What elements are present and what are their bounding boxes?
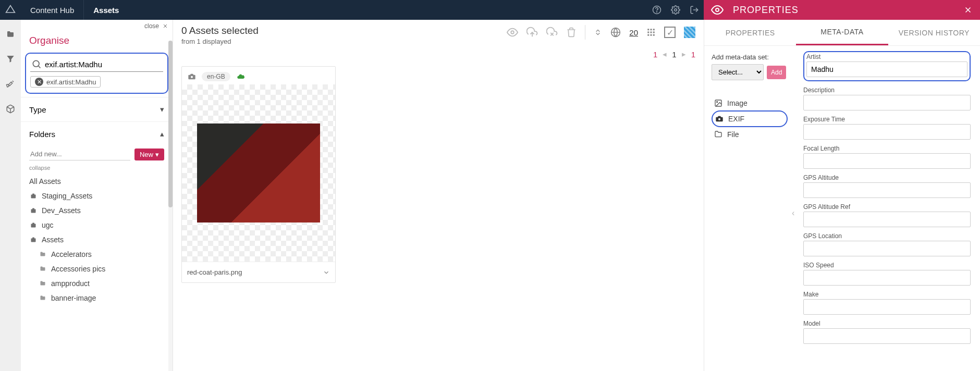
- folder-item[interactable]: banner-image: [21, 291, 173, 305]
- search-icon: [31, 59, 42, 69]
- folder-label: Accessories pics: [51, 265, 105, 273]
- new-folder-button[interactable]: New▾: [134, 149, 164, 160]
- svg-point-19: [718, 118, 720, 120]
- folder-item[interactable]: All Assets: [21, 174, 173, 189]
- field-description: Description: [803, 86, 971, 110]
- field-input-gps_location[interactable]: [803, 241, 971, 256]
- settings-icon[interactable]: [666, 0, 685, 20]
- preview-icon[interactable]: [507, 27, 518, 38]
- close-panel-button[interactable]: close: [21, 20, 173, 31]
- field-input-description[interactable]: [803, 95, 971, 110]
- asset-thumbnail[interactable]: [182, 84, 335, 262]
- folder-label: All Assets: [29, 177, 61, 186]
- folder-item[interactable]: ampproduct: [21, 276, 173, 291]
- brand-title[interactable]: Content Hub: [21, 0, 84, 20]
- field-label: Model: [803, 320, 971, 327]
- folder-label: Assets: [42, 236, 64, 244]
- field-input-artist[interactable]: [806, 61, 967, 77]
- folder-item[interactable]: Accelerators: [21, 247, 173, 262]
- expand-asset-icon[interactable]: [323, 269, 330, 276]
- field-input-iso_speed[interactable]: [803, 270, 971, 286]
- folder-label: Staging_Assets: [42, 192, 92, 200]
- search-input[interactable]: [45, 60, 162, 69]
- pager-first[interactable]: 1: [653, 50, 657, 59]
- add-set-button[interactable]: Add: [767, 66, 786, 79]
- close-label: close: [144, 22, 159, 30]
- globe-icon[interactable]: [610, 27, 621, 38]
- delete-icon[interactable]: [566, 27, 577, 38]
- category-label: Image: [727, 99, 748, 107]
- field-input-model[interactable]: [803, 328, 971, 344]
- folder-item[interactable]: Staging_Assets: [21, 189, 173, 203]
- asset-filename: red-coat-paris.png: [187, 268, 242, 276]
- tab-version-history[interactable]: VERSION HISTORY: [888, 20, 980, 45]
- metadata-category-image[interactable]: Image: [712, 96, 788, 110]
- field-iso_speed: ISO Speed: [803, 262, 971, 286]
- page-size[interactable]: 20: [629, 28, 638, 37]
- folders-section-toggle[interactable]: Folders ▴: [21, 121, 173, 146]
- folder-item[interactable]: Assets: [21, 232, 173, 247]
- remove-chip-icon[interactable]: ✕: [35, 78, 43, 86]
- field-label: Exposure Time: [803, 116, 971, 123]
- pager-last[interactable]: 1: [691, 50, 695, 59]
- metadata-category-exif[interactable]: EXIF: [712, 110, 788, 127]
- svg-point-5: [511, 31, 514, 34]
- pager-prev-icon[interactable]: ◂: [663, 50, 667, 59]
- field-input-gps_altitude_ref[interactable]: [803, 212, 971, 227]
- pager-current: 1: [672, 50, 676, 59]
- folder-icon: [29, 222, 38, 228]
- metadata-category-file[interactable]: File: [712, 127, 788, 142]
- folder-item[interactable]: Dev_Assets: [21, 203, 173, 218]
- logout-icon[interactable]: [685, 0, 704, 20]
- visibility-icon: [711, 4, 724, 16]
- collapse-link[interactable]: collapse: [21, 163, 173, 173]
- field-label: Description: [803, 86, 971, 94]
- grid-view-icon[interactable]: [646, 28, 656, 37]
- scrollbar-thumb[interactable]: [168, 41, 173, 207]
- svg-rect-14: [651, 34, 652, 36]
- sort-icon[interactable]: [594, 27, 602, 38]
- field-input-gps_altitude[interactable]: [803, 182, 971, 198]
- svg-rect-10: [647, 32, 649, 33]
- add-folder-input[interactable]: [29, 148, 130, 160]
- field-input-exposure_time[interactable]: [803, 124, 971, 140]
- help-icon[interactable]: [647, 0, 666, 20]
- folder-item[interactable]: ugc: [21, 218, 173, 232]
- select-all-button[interactable]: [684, 27, 695, 38]
- type-section-toggle[interactable]: Type ▾: [21, 97, 173, 121]
- section-title: Assets: [84, 6, 128, 15]
- upload-icon[interactable]: [526, 27, 538, 38]
- svg-point-18: [717, 102, 718, 103]
- filter-rail-icon[interactable]: [6, 54, 15, 64]
- svg-rect-13: [647, 34, 649, 36]
- tab-metadata[interactable]: META-DATA: [796, 20, 888, 45]
- folder-icon: [29, 207, 38, 214]
- close-icon[interactable]: [963, 5, 973, 15]
- expand-handle-icon[interactable]: ‹: [792, 208, 794, 218]
- svg-rect-15: [653, 34, 655, 36]
- camera-icon: [715, 115, 724, 123]
- cloud-sync-icon: [236, 72, 246, 81]
- tools-rail-icon[interactable]: [6, 79, 15, 89]
- cloud-delete-icon[interactable]: [546, 27, 558, 38]
- folder-icon: [39, 280, 47, 287]
- folder-rail-icon[interactable]: [5, 30, 16, 39]
- package-rail-icon[interactable]: [6, 104, 15, 114]
- field-model: Model: [803, 320, 971, 344]
- search-chip[interactable]: ✕ exif.artist:Madhu: [30, 76, 101, 88]
- tab-properties[interactable]: PROPERTIES: [704, 20, 796, 45]
- metadata-set-select[interactable]: Select...: [712, 64, 764, 80]
- logo-icon[interactable]: [0, 5, 21, 15]
- field-gps_altitude_ref: GPS Altitude Ref: [803, 203, 971, 227]
- field-input-make[interactable]: [803, 299, 971, 315]
- folder-item[interactable]: Accessories pics: [21, 262, 173, 276]
- select-toggle[interactable]: ✓: [664, 27, 676, 38]
- asset-card[interactable]: en-GB red-coat-paris.png: [181, 66, 336, 283]
- selected-title: 0 Assets selected: [181, 25, 507, 36]
- field-input-focal_length[interactable]: [803, 153, 971, 169]
- folder-label: Accelerators: [51, 250, 92, 258]
- pager-next-icon[interactable]: ▸: [682, 50, 686, 59]
- svg-point-4: [33, 60, 39, 67]
- folder-icon: [39, 295, 47, 301]
- add-set-label: Add meta-data set:: [712, 53, 788, 61]
